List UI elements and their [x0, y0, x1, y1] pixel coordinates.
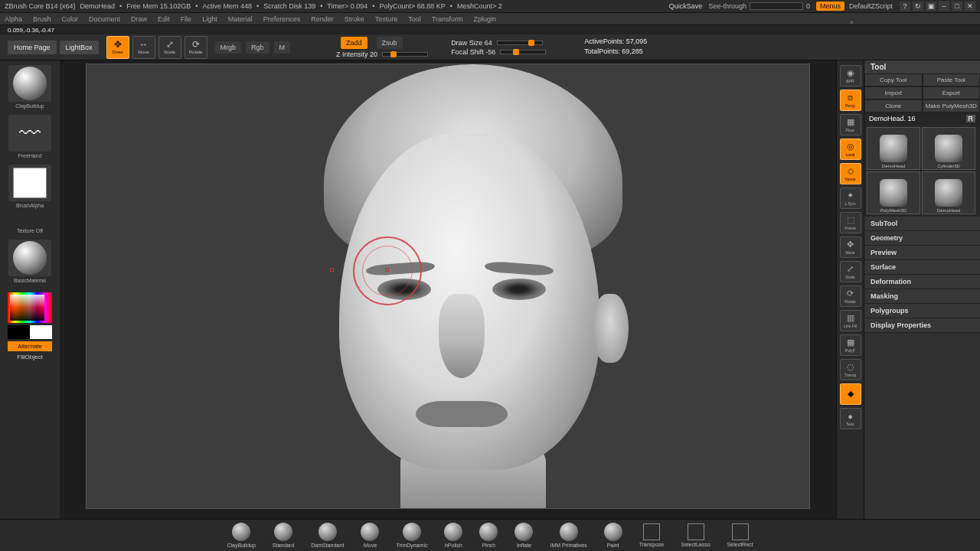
clone-button[interactable]: Clone — [864, 99, 923, 112]
material-thumb[interactable] — [8, 240, 51, 276]
color-swatches[interactable] — [8, 325, 52, 339]
seethrough-slider[interactable] — [750, 2, 803, 10]
menu-material[interactable]: Material — [228, 15, 253, 23]
Floor-button[interactable]: ▦Floor — [840, 114, 861, 135]
drawsize-label[interactable]: Draw Size 64 — [451, 39, 492, 47]
drawsize-slider[interactable] — [497, 41, 543, 45]
zsub-button[interactable]: Zsub — [377, 37, 403, 49]
accordion-geometry[interactable]: Geometry — [864, 231, 980, 246]
menu-texture[interactable]: Texture — [375, 15, 398, 23]
accordion-preview[interactable]: Preview — [864, 246, 980, 260]
subtool-item[interactable]: Cylinder3D — [922, 127, 975, 170]
Transp-button[interactable]: ◌Transp — [840, 359, 861, 380]
brush-standard[interactable]: Standard — [273, 523, 294, 548]
PolyF-button[interactable]: ▦PolyF — [840, 334, 861, 356]
Line Fill-button[interactable]: ▥Line Fill — [840, 310, 861, 331]
home-page-button[interactable]: Home Page — [8, 41, 57, 54]
accordion-surface[interactable]: Surface — [864, 260, 980, 275]
brush-inflate[interactable]: Inflate — [514, 523, 533, 548]
menu-transform[interactable]: Transform — [432, 15, 463, 23]
Scale-button[interactable]: ⤢Scale — [840, 261, 861, 282]
BPR-button[interactable]: ◉BPR — [840, 65, 861, 86]
paste-tool-button[interactable]: Paste Tool — [923, 73, 981, 86]
Rotate-button[interactable]: ⟳Rotate — [840, 285, 861, 307]
menu-render[interactable]: Render — [311, 15, 334, 23]
mrgb-button[interactable]: Mrgb — [215, 41, 242, 54]
rotate-mode-button[interactable]: ⟳Rotate — [185, 36, 207, 59]
texture-label[interactable]: Texture Off — [17, 228, 43, 233]
menu-brush[interactable]: Brush — [33, 15, 51, 23]
quicksave-button[interactable]: QuickSave — [669, 2, 703, 10]
Move-button[interactable]: ✥Move — [840, 236, 861, 258]
subtool-item[interactable]: PolyMesh3D — [867, 171, 920, 214]
Frame-button[interactable]: ⬚Frame — [840, 212, 861, 233]
copy-tool-button[interactable]: Copy Tool — [864, 73, 923, 86]
expand-icon[interactable]: ▣ — [926, 2, 936, 11]
subtool-item[interactable]: DemoHead — [867, 127, 920, 170]
view-button[interactable]: ◆ — [840, 383, 861, 405]
brush-transpose[interactable]: Transpose — [639, 523, 665, 547]
Xpose-button[interactable]: ◇Xpose — [840, 163, 861, 184]
brush-thumb[interactable] — [8, 65, 51, 102]
r-button[interactable]: R — [966, 115, 976, 122]
rgb-button[interactable]: Rgb — [246, 41, 270, 54]
viewport[interactable] — [86, 64, 810, 509]
accordion-masking[interactable]: Masking — [864, 289, 980, 304]
brush-imm-primatives[interactable]: IMM Primatives — [550, 523, 586, 548]
color-picker[interactable] — [8, 292, 52, 323]
alternate-button[interactable]: Alternate — [8, 341, 52, 351]
close-icon[interactable]: ✕ — [965, 2, 975, 11]
m-button[interactable]: M — [274, 41, 291, 54]
menu-color[interactable]: Color — [62, 15, 79, 23]
menu-file[interactable]: File — [181, 15, 192, 23]
brush-hpolish[interactable]: hPolish — [444, 523, 462, 548]
Solo-button[interactable]: ●Solo — [840, 408, 861, 429]
brush-pinch[interactable]: Pinch — [479, 523, 498, 548]
Persp-button[interactable]: ⧈Persp — [840, 90, 861, 111]
accordion-display-properties[interactable]: Display Properties — [864, 318, 980, 333]
maximize-icon[interactable]: □ — [952, 2, 962, 11]
menu-stroke[interactable]: Stroke — [345, 15, 364, 23]
focal-label[interactable]: Focal Shift -56 — [451, 48, 495, 56]
import-button[interactable]: Import — [864, 86, 923, 99]
accordion-polygroups[interactable]: Polygroups — [864, 304, 980, 318]
move-mode-button[interactable]: ↔Move — [132, 36, 155, 59]
zadd-button[interactable]: Zadd — [341, 37, 368, 49]
brush-claybuildup[interactable]: ClayBuildup — [227, 523, 256, 548]
brush-selectrect[interactable]: SelectRect — [727, 523, 753, 547]
make-polymesh-button[interactable]: Make PolyMesh3D — [923, 99, 981, 112]
export-button[interactable]: Export — [923, 86, 981, 99]
panel-collapse-icon[interactable]: « — [850, 18, 859, 28]
menu-tool[interactable]: Tool — [408, 15, 421, 23]
brush-damstandard[interactable]: DamStandard — [311, 523, 344, 548]
brush-move[interactable]: Move — [361, 523, 379, 548]
menu-document[interactable]: Document — [89, 15, 120, 23]
minimize-icon[interactable]: – — [939, 2, 949, 11]
Local-button[interactable]: ◎Local — [840, 139, 861, 160]
brush-trimdynamic[interactable]: TrimDynamic — [396, 523, 427, 548]
menu-light[interactable]: Light — [202, 15, 217, 23]
zint-slider[interactable] — [382, 52, 428, 57]
menu-draw[interactable]: Draw — [131, 15, 147, 23]
subtool-item[interactable]: DemoHead — [922, 171, 975, 214]
lightbox-button[interactable]: LightBox — [60, 41, 99, 54]
zint-label[interactable]: Z Intensity 20 — [336, 51, 377, 58]
accordion-deformation[interactable]: Deformation — [864, 275, 980, 289]
fillobject-button[interactable]: FillObject — [17, 354, 42, 360]
menu-edit[interactable]: Edit — [158, 15, 170, 23]
L.Sym-button[interactable]: ✦L.Sym — [840, 187, 861, 209]
menu-alpha[interactable]: Alpha — [5, 15, 22, 23]
focal-slider[interactable] — [500, 50, 546, 54]
stroke-thumb[interactable]: 〰 — [8, 115, 51, 152]
menu-zplugin[interactable]: Zplugin — [473, 15, 496, 23]
alpha-thumb[interactable] — [8, 165, 51, 201]
help-icon[interactable]: ? — [900, 2, 910, 11]
menus-button[interactable]: Menus — [816, 2, 844, 11]
default-zscript[interactable]: DefaultZScript — [849, 2, 893, 10]
accordion-subtool[interactable]: SubTool — [864, 217, 980, 231]
brush-paint[interactable]: Paint — [604, 523, 622, 548]
menu-preferences[interactable]: Preferences — [263, 15, 301, 23]
sync-icon[interactable]: ↻ — [913, 2, 923, 11]
draw-mode-button[interactable]: ✥Draw — [106, 36, 129, 59]
brush-selectlasso[interactable]: SelectLasso — [681, 523, 710, 547]
